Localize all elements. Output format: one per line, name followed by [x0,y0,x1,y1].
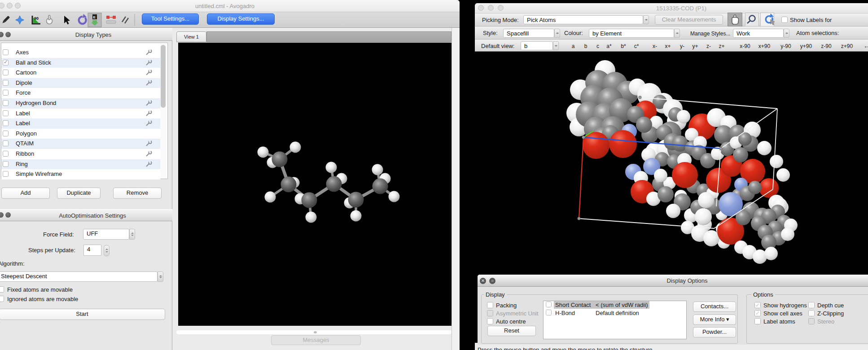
svg-text:90: 90 [34,16,39,21]
svg-text:E: E [93,15,96,19]
